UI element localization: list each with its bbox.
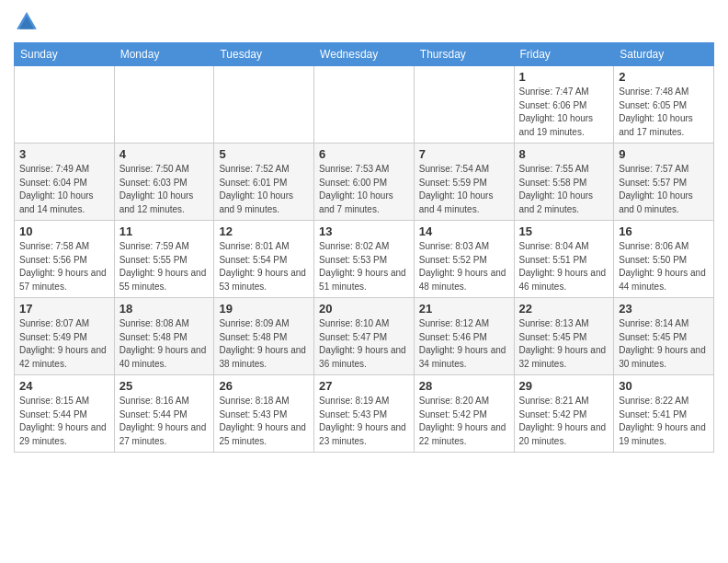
day-info: Sunrise: 8:16 AM Sunset: 5:44 PM Dayligh… [119, 395, 210, 448]
day-number: 11 [119, 224, 210, 238]
calendar-cell: 12Sunrise: 8:01 AM Sunset: 5:54 PM Dayli… [214, 221, 314, 298]
day-number: 3 [19, 147, 109, 161]
calendar-cell: 23Sunrise: 8:14 AM Sunset: 5:45 PM Dayli… [614, 298, 714, 375]
day-info: Sunrise: 8:03 AM Sunset: 5:52 PM Dayligh… [419, 240, 509, 293]
day-info: Sunrise: 8:13 AM Sunset: 5:45 PM Dayligh… [519, 317, 609, 371]
calendar-cell: 1Sunrise: 7:47 AM Sunset: 6:06 PM Daylig… [514, 66, 614, 144]
day-number: 30 [619, 379, 709, 393]
day-info: Sunrise: 7:52 AM Sunset: 6:01 PM Dayligh… [219, 163, 309, 216]
weekday-header: Wednesday [314, 43, 415, 66]
day-info: Sunrise: 8:22 AM Sunset: 5:41 PM Dayligh… [619, 395, 709, 448]
calendar-cell: 17Sunrise: 8:07 AM Sunset: 5:49 PM Dayli… [15, 298, 115, 375]
day-number: 28 [419, 379, 509, 393]
day-number: 21 [419, 302, 509, 316]
day-number: 18 [119, 302, 210, 316]
day-number: 17 [19, 302, 109, 316]
calendar-cell: 19Sunrise: 8:09 AM Sunset: 5:48 PM Dayli… [214, 298, 314, 375]
calendar-cell: 21Sunrise: 8:12 AM Sunset: 5:46 PM Dayli… [414, 298, 514, 375]
day-info: Sunrise: 8:01 AM Sunset: 5:54 PM Dayligh… [219, 240, 309, 293]
calendar-cell: 24Sunrise: 8:15 AM Sunset: 5:44 PM Dayli… [15, 375, 115, 453]
calendar-week-row: 1Sunrise: 7:47 AM Sunset: 6:06 PM Daylig… [15, 66, 714, 144]
calendar-body: 1Sunrise: 7:47 AM Sunset: 6:06 PM Daylig… [15, 66, 714, 453]
day-number: 10 [19, 224, 109, 238]
day-info: Sunrise: 7:58 AM Sunset: 5:56 PM Dayligh… [19, 240, 109, 293]
day-info: Sunrise: 7:50 AM Sunset: 6:03 PM Dayligh… [119, 163, 210, 216]
day-info: Sunrise: 8:09 AM Sunset: 5:48 PM Dayligh… [219, 317, 309, 371]
calendar-cell: 11Sunrise: 7:59 AM Sunset: 5:55 PM Dayli… [114, 221, 214, 298]
calendar-cell: 3Sunrise: 7:49 AM Sunset: 6:04 PM Daylig… [15, 144, 115, 221]
day-info: Sunrise: 8:18 AM Sunset: 5:43 PM Dayligh… [219, 395, 309, 448]
calendar-cell: 30Sunrise: 8:22 AM Sunset: 5:41 PM Dayli… [614, 375, 714, 453]
weekday-header: Sunday [15, 43, 115, 66]
calendar-cell: 16Sunrise: 8:06 AM Sunset: 5:50 PM Dayli… [614, 221, 714, 298]
day-number: 15 [519, 224, 609, 238]
day-info: Sunrise: 7:59 AM Sunset: 5:55 PM Dayligh… [119, 240, 210, 293]
day-info: Sunrise: 7:53 AM Sunset: 6:00 PM Dayligh… [319, 163, 409, 216]
day-number: 20 [319, 302, 409, 316]
weekday-header: Thursday [414, 43, 514, 66]
calendar-cell: 22Sunrise: 8:13 AM Sunset: 5:45 PM Dayli… [514, 298, 614, 375]
calendar-cell: 2Sunrise: 7:48 AM Sunset: 6:05 PM Daylig… [614, 66, 714, 144]
day-number: 22 [519, 302, 609, 316]
day-number: 25 [119, 379, 210, 393]
day-number: 2 [619, 70, 709, 84]
logo [14, 9, 43, 35]
day-number: 26 [219, 379, 309, 393]
day-info: Sunrise: 7:49 AM Sunset: 6:04 PM Dayligh… [19, 163, 109, 216]
calendar-week-row: 10Sunrise: 7:58 AM Sunset: 5:56 PM Dayli… [15, 221, 714, 298]
header [14, 9, 714, 35]
day-number: 19 [219, 302, 309, 316]
day-info: Sunrise: 8:15 AM Sunset: 5:44 PM Dayligh… [19, 395, 109, 448]
day-number: 8 [519, 147, 609, 161]
calendar-cell: 8Sunrise: 7:55 AM Sunset: 5:58 PM Daylig… [514, 144, 614, 221]
day-info: Sunrise: 7:47 AM Sunset: 6:06 PM Dayligh… [519, 86, 609, 139]
day-info: Sunrise: 8:12 AM Sunset: 5:46 PM Dayligh… [419, 317, 509, 371]
weekday-header: Friday [514, 43, 614, 66]
day-info: Sunrise: 8:06 AM Sunset: 5:50 PM Dayligh… [619, 240, 709, 293]
day-number: 29 [519, 379, 609, 393]
calendar-cell: 14Sunrise: 8:03 AM Sunset: 5:52 PM Dayli… [414, 221, 514, 298]
day-number: 12 [219, 224, 309, 238]
calendar-header-row: SundayMondayTuesdayWednesdayThursdayFrid… [15, 43, 714, 66]
day-number: 5 [219, 147, 309, 161]
calendar-cell: 20Sunrise: 8:10 AM Sunset: 5:47 PM Dayli… [314, 298, 415, 375]
day-info: Sunrise: 8:19 AM Sunset: 5:43 PM Dayligh… [319, 395, 409, 448]
calendar-cell: 15Sunrise: 8:04 AM Sunset: 5:51 PM Dayli… [514, 221, 614, 298]
calendar-cell: 27Sunrise: 8:19 AM Sunset: 5:43 PM Dayli… [314, 375, 415, 453]
day-info: Sunrise: 8:04 AM Sunset: 5:51 PM Dayligh… [519, 240, 609, 293]
day-number: 27 [319, 379, 409, 393]
day-info: Sunrise: 8:21 AM Sunset: 5:42 PM Dayligh… [519, 395, 609, 448]
day-info: Sunrise: 7:55 AM Sunset: 5:58 PM Dayligh… [519, 163, 609, 216]
calendar-cell: 18Sunrise: 8:08 AM Sunset: 5:48 PM Dayli… [114, 298, 214, 375]
calendar-cell [314, 66, 415, 144]
weekday-header: Saturday [614, 43, 714, 66]
calendar-week-row: 24Sunrise: 8:15 AM Sunset: 5:44 PM Dayli… [15, 375, 714, 453]
day-number: 6 [319, 147, 409, 161]
calendar-cell: 25Sunrise: 8:16 AM Sunset: 5:44 PM Dayli… [114, 375, 214, 453]
day-number: 7 [419, 147, 509, 161]
calendar-cell: 26Sunrise: 8:18 AM Sunset: 5:43 PM Dayli… [214, 375, 314, 453]
day-number: 24 [19, 379, 109, 393]
day-info: Sunrise: 7:57 AM Sunset: 5:57 PM Dayligh… [619, 163, 709, 216]
calendar-cell: 9Sunrise: 7:57 AM Sunset: 5:57 PM Daylig… [614, 144, 714, 221]
calendar-week-row: 17Sunrise: 8:07 AM Sunset: 5:49 PM Dayli… [15, 298, 714, 375]
calendar-cell [15, 66, 115, 144]
calendar-cell: 10Sunrise: 7:58 AM Sunset: 5:56 PM Dayli… [15, 221, 115, 298]
calendar-cell: 5Sunrise: 7:52 AM Sunset: 6:01 PM Daylig… [214, 144, 314, 221]
logo-icon [14, 9, 40, 35]
day-number: 4 [119, 147, 210, 161]
day-info: Sunrise: 8:10 AM Sunset: 5:47 PM Dayligh… [319, 317, 409, 371]
calendar-cell: 6Sunrise: 7:53 AM Sunset: 6:00 PM Daylig… [314, 144, 415, 221]
day-number: 16 [619, 224, 709, 238]
page-container: SundayMondayTuesdayWednesdayThursdayFrid… [0, 0, 728, 462]
day-info: Sunrise: 8:02 AM Sunset: 5:53 PM Dayligh… [319, 240, 409, 293]
calendar-cell: 13Sunrise: 8:02 AM Sunset: 5:53 PM Dayli… [314, 221, 415, 298]
day-info: Sunrise: 8:08 AM Sunset: 5:48 PM Dayligh… [119, 317, 210, 371]
calendar-week-row: 3Sunrise: 7:49 AM Sunset: 6:04 PM Daylig… [15, 144, 714, 221]
day-number: 9 [619, 147, 709, 161]
calendar-table: SundayMondayTuesdayWednesdayThursdayFrid… [14, 42, 714, 453]
calendar-cell: 4Sunrise: 7:50 AM Sunset: 6:03 PM Daylig… [114, 144, 214, 221]
calendar-cell: 29Sunrise: 8:21 AM Sunset: 5:42 PM Dayli… [514, 375, 614, 453]
weekday-header: Tuesday [214, 43, 314, 66]
calendar-cell: 7Sunrise: 7:54 AM Sunset: 5:59 PM Daylig… [414, 144, 514, 221]
